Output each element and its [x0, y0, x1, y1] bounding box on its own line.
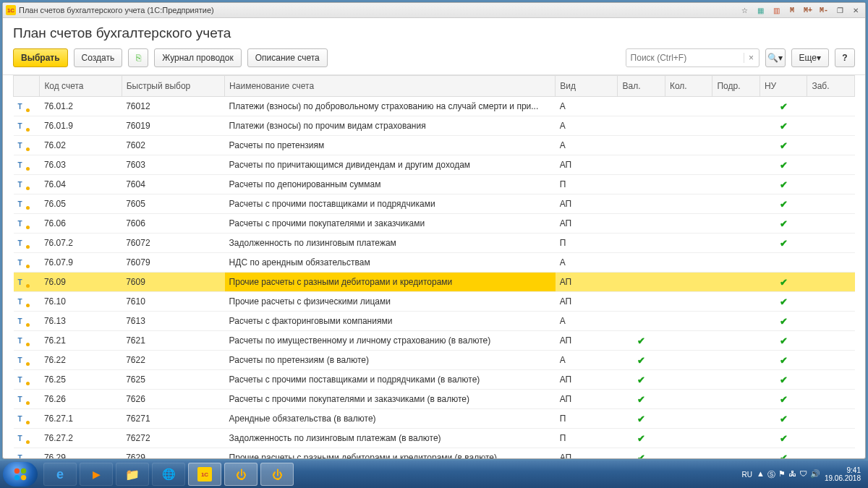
search-input[interactable] [626, 50, 744, 66]
table-row[interactable]: T76.057605Расчеты с прочими поставщиками… [14, 194, 855, 214]
account-icon: T [18, 103, 28, 111]
task-media[interactable]: ▶ [80, 463, 113, 486]
table-row[interactable]: T76.257625Расчеты с прочими поставщиками… [14, 370, 855, 390]
select-button[interactable]: Выбрать [13, 48, 68, 67]
tray-flag-icon[interactable]: ⚑ [778, 469, 786, 480]
grid-icon[interactable]: ▦ [754, 4, 767, 16]
tray-clock[interactable]: 9:41 19.06.2018 [825, 466, 861, 482]
col-kol[interactable]: Кол. [665, 76, 712, 97]
cell-zab [807, 390, 855, 409]
tray-skype-icon[interactable]: Ⓢ [767, 469, 775, 480]
tray-shield-icon[interactable]: 🛡 [799, 469, 807, 480]
col-vid[interactable]: Вид [556, 76, 618, 97]
tray-date: 19.06.2018 [825, 474, 861, 482]
cell-name: Расчеты по имущественному и личному стра… [225, 331, 556, 351]
table-row[interactable]: T76.27.276272Задолженность по лизинговым… [14, 429, 855, 448]
cell-podr [712, 97, 760, 116]
cell-zab [807, 136, 855, 155]
table-row[interactable]: T76.107610Прочие расчеты с физическими л… [14, 292, 855, 312]
col-podr[interactable]: Подр. [712, 76, 760, 97]
cell-vid: АП [556, 214, 618, 234]
col-zab[interactable]: Заб. [807, 76, 855, 97]
col-name[interactable]: Наименование счета [225, 76, 556, 97]
table-row[interactable]: T76.01.276012Платежи (взносы) по доброво… [14, 97, 855, 116]
cell-nu: ✔ [760, 97, 807, 116]
table-row[interactable]: T76.297629Прочие расчеты с разными дебит… [14, 448, 855, 459]
memory-mplus-button[interactable]: M+ [801, 4, 814, 16]
cell-name: Прочие расчеты с разными дебиторами и кр… [225, 273, 556, 292]
task-1c-active[interactable]: 1C [188, 463, 221, 486]
taskbar: e ▶ 📁 🌐 1C ⏻ ⏻ RU ▲ Ⓢ ⚑ 🖧 🛡 🔊 9:41 19.06… [0, 461, 868, 488]
col-code[interactable]: Код счета [40, 76, 122, 97]
start-button[interactable] [3, 462, 38, 487]
col-quick[interactable]: Быстрый выбор [122, 76, 224, 97]
memory-mminus-button[interactable]: M- [817, 4, 830, 16]
accounts-table[interactable]: Код счета Быстрый выбор Наименование сче… [13, 75, 855, 458]
find-button[interactable]: 🔍 ▾ [765, 48, 786, 67]
tray-up-icon[interactable]: ▲ [757, 469, 765, 480]
memory-m-button[interactable]: M [786, 4, 799, 16]
table-row[interactable]: T76.27.176271Арендные обязательства (в в… [14, 409, 855, 429]
journal-button[interactable]: Журнал проводок [154, 48, 242, 67]
cell-vid: А [556, 312, 618, 331]
cell-nu: ✔ [760, 273, 807, 292]
cell-val [618, 312, 665, 331]
table-row[interactable]: T76.137613Расчеты с факторинговыми компа… [14, 312, 855, 331]
table-row[interactable]: T76.227622Расчеты по претензиям (в валют… [14, 351, 855, 370]
account-icon: T [18, 356, 28, 365]
copy-button[interactable]: ⎘ [128, 48, 148, 67]
tray-lang[interactable]: RU [742, 471, 752, 479]
cell-vid: П [556, 234, 618, 253]
task-app2[interactable]: ⏻ [224, 463, 258, 486]
cell-quick: 76072 [122, 234, 224, 253]
table-row[interactable]: T76.217621Расчеты по имущественному и ли… [14, 331, 855, 351]
search-field[interactable]: × [626, 48, 760, 67]
table-row[interactable]: T76.267626Расчеты с прочими покупателями… [14, 390, 855, 409]
table-row[interactable]: T76.027602Расчеты по претензиямА✔ [14, 136, 855, 155]
page-title: План счетов бухгалтерского учета [13, 25, 855, 41]
table-row[interactable]: T76.047604Расчеты по депонированным сумм… [14, 175, 855, 194]
table-row[interactable]: T76.067606Расчеты с прочими покупателями… [14, 214, 855, 234]
table-row[interactable]: T76.097609Прочие расчеты с разными дебит… [14, 273, 855, 292]
cell-code: 76.29 [40, 448, 122, 459]
col-val[interactable]: Вал. [618, 76, 665, 97]
col-icon[interactable] [14, 76, 40, 97]
power-icon: ⏻ [236, 468, 247, 481]
task-ie[interactable]: e [43, 463, 77, 486]
cell-name: Расчеты по депонированным суммам [225, 175, 556, 194]
task-chrome[interactable]: 🌐 [152, 463, 185, 486]
help-button[interactable]: ? [835, 48, 855, 67]
svg-point-0 [14, 468, 20, 474]
clear-search-button[interactable]: × [744, 53, 759, 63]
tray-icons[interactable]: ▲ Ⓢ ⚑ 🖧 🛡 🔊 [757, 469, 820, 480]
cell-code: 76.07.9 [40, 253, 122, 273]
account-icon: T [18, 454, 28, 458]
star-icon[interactable]: ☆ [738, 4, 751, 16]
power-icon: ⏻ [272, 468, 283, 481]
account-icon: T [18, 317, 28, 326]
create-button[interactable]: Создать [74, 48, 123, 67]
tray-vol-icon[interactable]: 🔊 [810, 469, 820, 480]
cell-zab [807, 429, 855, 448]
cell-podr [712, 409, 760, 429]
cell-kol [665, 253, 712, 273]
task-app3[interactable]: ⏻ [260, 463, 294, 486]
cell-val [618, 175, 665, 194]
svg-point-2 [14, 475, 20, 480]
calendar-icon[interactable]: ▥ [770, 4, 783, 16]
col-nu[interactable]: НУ [760, 76, 807, 97]
restore-icon[interactable]: ❐ [833, 4, 846, 16]
cell-kol [665, 273, 712, 292]
cell-code: 76.26 [40, 390, 122, 409]
cell-vid: А [556, 136, 618, 155]
close-icon[interactable]: ✕ [849, 4, 862, 16]
tray-net-icon[interactable]: 🖧 [788, 469, 796, 480]
table-row[interactable]: T76.07.976079НДС по арендным обязательст… [14, 253, 855, 273]
table-row[interactable]: T76.07.276072Задолженность по лизинговым… [14, 234, 855, 253]
table-row[interactable]: T76.01.976019Платежи (взносы) по прочим … [14, 116, 855, 136]
more-button[interactable]: Еще ▾ [791, 48, 829, 67]
describe-button[interactable]: Описание счета [247, 48, 328, 67]
table-row[interactable]: T76.037603Расчеты по причитающимся дивид… [14, 155, 855, 175]
task-explorer[interactable]: 📁 [116, 463, 149, 486]
cell-podr [712, 253, 760, 273]
